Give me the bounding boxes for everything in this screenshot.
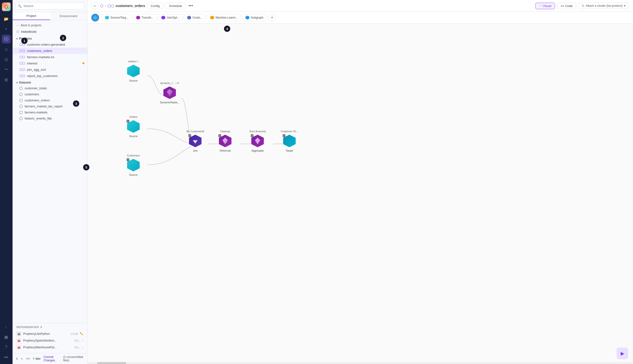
breadcrumb-sep: ›	[105, 4, 106, 8]
more-button[interactable]: •••	[187, 4, 194, 8]
sidebar-item-diamond[interactable]: ◇	[2, 45, 11, 54]
sidebar-item-dataset-1[interactable]: customer_totals	[13, 85, 87, 91]
sidebar-item-grid[interactable]: ⊞	[2, 75, 11, 84]
palette-source-target[interactable]: Source/Targ...	[102, 14, 132, 21]
cluster-label: Attach a cluster (kw-product)	[586, 4, 622, 8]
sidebar-item-dataset-2[interactable]: customers	[13, 91, 87, 97]
sidebar-item-pipeline-2[interactable]: ⬡⬡ customers_orders	[13, 48, 87, 54]
sidebar-item-download[interactable]: ↓	[2, 322, 11, 331]
commit-button[interactable]: Commit Changes	[44, 355, 60, 362]
sidebar-item-clock[interactable]: ◷	[2, 55, 11, 64]
sidebar-item-pipeline-1[interactable]: ⬡⬡ customer-orders-generated	[13, 41, 87, 48]
pipelines-section[interactable]: ▾ Pipelines	[13, 35, 87, 41]
dep-expand-icon-3[interactable]: ›	[82, 346, 83, 349]
expand-arrow-icon	[178, 82, 179, 84]
sidebar-item-activity[interactable]: 〜	[2, 65, 11, 74]
node-target-bottom-label: Target	[285, 149, 293, 152]
sidebar-item-more[interactable]: •••	[2, 353, 11, 362]
pipeline-icon-6: ⬡⬡	[19, 74, 25, 78]
palette-hex-amber	[210, 16, 214, 20]
sidebar-item-folders[interactable]: 📂	[2, 14, 11, 23]
palette-ml[interactable]: Machine Learni...	[207, 14, 241, 21]
pipeline-icon-1: ⬡⬡	[19, 42, 25, 46]
node-customers-hex: 0	[126, 158, 141, 172]
dep-icon-2: 📦	[17, 338, 21, 343]
node-join[interactable]: By CustomerId 0 Join	[186, 130, 204, 152]
palette-hex-indigo	[187, 16, 191, 20]
back-button[interactable]: ‹‹	[91, 2, 98, 9]
back-label: Back to projects	[21, 24, 41, 27]
sidebar-item-add[interactable]: +	[2, 24, 11, 33]
sidebar-item-pipeline-4[interactable]: ⬡⬡ interest	[13, 60, 87, 66]
node-aggregate-label-top: Sum Amounts	[249, 130, 266, 133]
sidebar-item-pipeline-3[interactable]: ⬡⬡ farmers-markets-irs	[13, 54, 87, 60]
code-button[interactable]: <> Code	[557, 3, 576, 9]
chart-icon[interactable]: ∿	[21, 357, 23, 360]
node-target[interactable]: Customer Or... 0 Target	[281, 130, 298, 152]
pipeline-canvas[interactable]: 4 replace ℹ 0 Source dynamic_r... ℹ	[88, 24, 633, 364]
dep-edit-icon[interactable]: ✏️	[80, 332, 83, 336]
node-source-orders[interactable]: Orders 0 Source	[126, 116, 141, 138]
palette-join-split[interactable]: Join/Spl...	[158, 14, 183, 21]
pipeline-breadcrumb-icon: ⬡⬡	[107, 4, 114, 8]
horizontal-scrollbar[interactable]	[88, 362, 633, 364]
code-brackets-icon: <>	[560, 4, 564, 8]
node-replace-hex: 0	[126, 64, 141, 78]
node-orders-label: Orders	[129, 116, 137, 118]
visual-button[interactable]: ♡ Visual	[535, 3, 555, 9]
dataset-name-2: customers	[25, 92, 39, 96]
node-reformat[interactable]: Cleanup 0 Reformat	[218, 130, 232, 152]
sidebar-item-dataset-6[interactable]: historic_events_flat	[13, 116, 87, 122]
dep-version-1: 1.9.29	[70, 332, 78, 335]
sidebar-item-pipelines[interactable]	[2, 35, 11, 44]
sidebar-item-help[interactable]: ?	[2, 343, 11, 352]
project-item[interactable]: ⬡ HelloWorld	[13, 28, 87, 35]
palette-add-button[interactable]: +	[268, 14, 276, 21]
node-source-replace[interactable]: replace ℹ 0 Source	[126, 60, 141, 82]
palette-hex-cyan	[105, 16, 109, 20]
info-icon[interactable]: ℹ	[17, 357, 18, 360]
dependencies-header: DEPENDENCIES 5	[17, 326, 83, 328]
dataset-name-6: historic_events_flat	[25, 116, 52, 120]
node-dynamic-label-top: dynamic_r...	[160, 82, 174, 84]
node-join-bottom-label: Join	[193, 149, 198, 152]
run-button[interactable]: ▶	[616, 348, 628, 359]
search-input[interactable]	[16, 2, 84, 10]
pipeline-name-6: report_top_customers	[27, 74, 58, 78]
datasets-section[interactable]: ▾ Datasets	[13, 79, 87, 85]
tab-environment[interactable]: Environment	[50, 12, 88, 20]
dep-expand-icon-2[interactable]: ›	[82, 339, 83, 342]
scrollbar-thumb[interactable]	[97, 362, 126, 364]
dep-item-3[interactable]: 📦 ProphecyWarehousePyt... 0.0... ›	[17, 344, 83, 351]
back-to-projects[interactable]: ← Back to projects	[13, 22, 87, 28]
palette-source-target-label: Source/Targ...	[110, 16, 129, 19]
cluster-status-icon	[582, 4, 584, 7]
node-aggregate[interactable]: Sum Amounts 0 Aggregate	[249, 130, 266, 152]
node-source-customers[interactable]: Customers 0 Source	[126, 154, 141, 176]
sidebar-item-pipeline-5[interactable]: ⬡⬡ join_agg_sort	[13, 66, 87, 73]
branch-name: dev	[36, 357, 41, 360]
node-dynamic-replace[interactable]: dynamic_r... ℹ DynamicRepla...	[160, 82, 179, 104]
node-reformat-label-top: Cleanup	[220, 130, 230, 133]
palette-custom-label: Custo...	[193, 16, 202, 19]
icon-bar: ⬡ 📂 + ◇ ◷ 〜 ⊞ ↓ ▦ ? •••	[0, 0, 13, 364]
sidebar-item-pipeline-6[interactable]: ⬡⬡ report_top_customers	[13, 73, 87, 79]
palette-transform[interactable]: Transfo...	[133, 14, 157, 21]
sidebar-item-dataset-5[interactable]: farmers-markets	[13, 109, 87, 116]
palette-logo	[91, 14, 99, 22]
node-replace-bottom-label: Source	[129, 79, 138, 82]
sidebar-item-table[interactable]: ▦	[2, 332, 11, 341]
dep-item-2[interactable]: 📦 ProphecySparkAbinition... 0.0... ›	[17, 337, 83, 344]
sidebar-item-dataset-3[interactable]: customers_orders	[13, 97, 87, 103]
config-button[interactable]: Config	[147, 3, 164, 9]
cluster-button[interactable]: Attach a cluster (kw-product) ▾	[578, 3, 629, 9]
schedule-button[interactable]: Schedule	[165, 3, 186, 9]
dep-item-1[interactable]: 📦 ProphecyLibsPython 1.9.29 ✏️	[17, 330, 83, 337]
tab-project[interactable]: Project	[13, 12, 50, 20]
sidebar-item-dataset-4[interactable]: farmers_market_tax_report	[13, 103, 87, 109]
pipeline-name-1: customer-orders-generated	[27, 43, 65, 46]
code-icon[interactable]: </>	[26, 357, 30, 360]
palette-custom[interactable]: Custo...	[184, 14, 206, 21]
node-dynamic-info-icon: ℹ	[176, 82, 177, 84]
palette-subgraph[interactable]: Subgraph	[242, 14, 267, 21]
